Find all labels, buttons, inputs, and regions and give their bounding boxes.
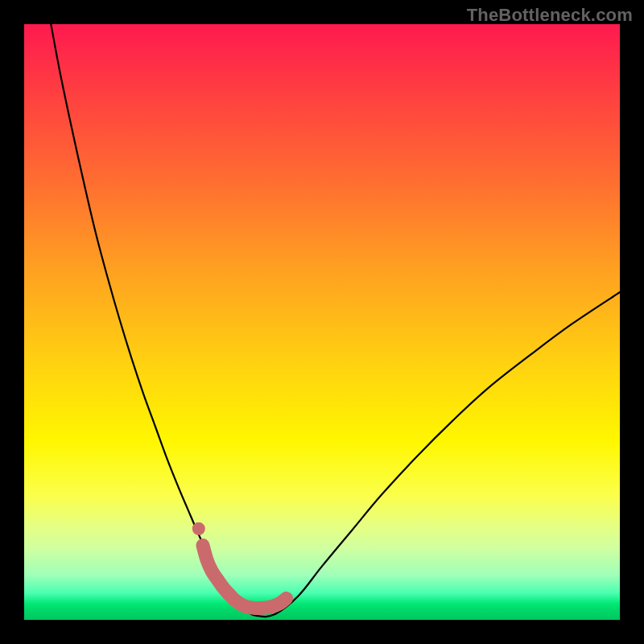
chart-frame: TheBottleneck.com: [0, 0, 644, 644]
chart-svg: [24, 24, 620, 620]
watermark-text: TheBottleneck.com: [467, 5, 633, 26]
bottleneck-curve: [51, 24, 620, 617]
marker-dot: [192, 522, 205, 535]
plot-area: [24, 24, 620, 620]
optimal-range-highlight: [203, 546, 287, 609]
